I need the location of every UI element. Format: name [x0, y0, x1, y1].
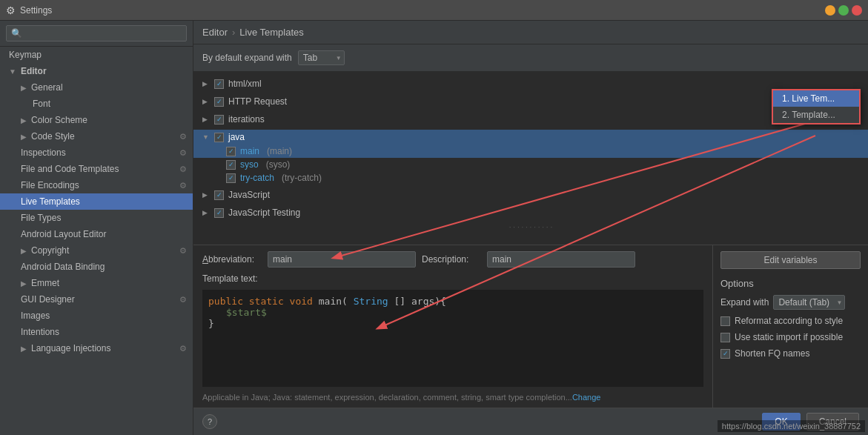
- syso-desc: (syso): [266, 159, 291, 170]
- group-iterations-label: iterations: [228, 114, 265, 124]
- code-line-2: $start$: [208, 307, 698, 318]
- sidebar-item-language-injections[interactable]: ▶ Language Injections ⚙: [0, 340, 193, 356]
- kw-static: static: [249, 296, 284, 307]
- description-input[interactable]: [487, 251, 635, 268]
- group-iterations-header[interactable]: ▶ iterations: [193, 112, 868, 127]
- android-layout-editor-label: Android Layout Editor: [21, 229, 106, 239]
- sidebar-item-live-templates[interactable]: Live Templates: [0, 193, 193, 210]
- group-html-xml-checkbox[interactable]: [214, 79, 224, 89]
- title-bar: ⚙ Settings: [0, 0, 868, 21]
- static-import-checkbox[interactable]: [720, 333, 730, 342]
- intentions-label: Intentions: [21, 327, 59, 337]
- breadcrumb-separator: ›: [232, 27, 235, 38]
- group-javascript-header[interactable]: ▶ JavaScript: [193, 187, 868, 202]
- static-import-label: Use static import if possible: [735, 332, 843, 342]
- language-injections-gear-icon: ⚙: [179, 344, 187, 353]
- shorten-eq-label: Shorten FQ names: [735, 348, 809, 359]
- expand-with-option-select-wrapper[interactable]: Default (Tab) Tab Enter Space: [773, 295, 845, 310]
- popup-item-live-templates[interactable]: 1. Live Tem...: [773, 90, 859, 107]
- group-java-header[interactable]: ▼ java: [193, 130, 868, 145]
- group-html-xml: ▶ html/xml: [193, 75, 868, 93]
- template-item-main[interactable]: main (main): [193, 145, 868, 158]
- reformat-checkbox[interactable]: [720, 316, 730, 326]
- search-bar[interactable]: [0, 21, 193, 47]
- title-bar-title: Settings: [20, 5, 52, 16]
- sidebar-item-gui-designer[interactable]: GUI Designer ⚙: [0, 291, 193, 308]
- code-line-3: }: [208, 318, 698, 329]
- sidebar-item-font[interactable]: Font: [0, 96, 193, 112]
- content-header: Editor › Live Templates: [193, 21, 868, 44]
- file-code-gear-icon: ⚙: [179, 165, 187, 174]
- edit-variables-button[interactable]: Edit variables: [720, 251, 861, 269]
- help-button[interactable]: ?: [202, 414, 217, 429]
- gui-designer-gear-icon: ⚙: [179, 295, 187, 305]
- syso-name: syso: [240, 159, 259, 170]
- try-catch-checkbox[interactable]: [226, 173, 236, 183]
- live-templates-label: Live Templates: [21, 196, 80, 207]
- sidebar-item-android-layout-editor[interactable]: Android Layout Editor: [0, 226, 193, 242]
- group-http-request-header[interactable]: ▶ HTTP Request: [193, 94, 868, 109]
- expand-with-row: Expand with Default (Tab) Tab Enter Spac…: [720, 295, 861, 310]
- description-label: Description:: [422, 254, 481, 265]
- sidebar-item-images[interactable]: Images: [0, 308, 193, 324]
- language-injections-arrow-icon: ▶: [21, 345, 27, 353]
- group-http-request-checkbox[interactable]: [214, 97, 224, 107]
- kw-start-var: $start$: [226, 307, 267, 318]
- popup-item-template[interactable]: 2. Template...: [773, 107, 859, 123]
- group-java-label: java: [228, 132, 245, 142]
- code-content[interactable]: public static void main( String [] args)…: [202, 290, 703, 387]
- by-default-label: By default expand with: [202, 53, 292, 63]
- expand-with-select[interactable]: Tab Enter Space: [298, 50, 345, 65]
- expand-with-option-select[interactable]: Default (Tab) Tab Enter Space: [773, 295, 845, 310]
- group-java: ▼ java main (main) syso (syso): [193, 128, 868, 186]
- sidebar-item-keymap[interactable]: Keymap: [0, 47, 193, 63]
- change-link[interactable]: Change: [572, 393, 601, 402]
- window-controls: [825, 5, 862, 16]
- group-javascript-checkbox[interactable]: [214, 190, 224, 200]
- sidebar-item-general[interactable]: ▶ General: [0, 79, 193, 96]
- inspections-label: Inspections: [21, 147, 66, 158]
- sidebar-item-inspections[interactable]: Inspections ⚙: [0, 145, 193, 161]
- abbrev-underline: A: [202, 254, 208, 265]
- search-input[interactable]: [6, 25, 187, 41]
- sidebar-item-intentions[interactable]: Intentions: [0, 324, 193, 340]
- abbreviation-input[interactable]: [268, 251, 416, 268]
- try-catch-name: try-catch: [240, 173, 274, 183]
- group-java-checkbox[interactable]: [214, 133, 224, 142]
- group-iterations-checkbox[interactable]: [214, 115, 224, 124]
- group-javascript-testing-header[interactable]: ▶ JavaScript Testing: [193, 205, 868, 220]
- sidebar-item-emmet[interactable]: ▶ Emmet: [0, 275, 193, 291]
- sidebar-item-editor[interactable]: ▼ Editor: [0, 63, 193, 79]
- group-html-xml-arrow-icon: ▶: [202, 80, 210, 87]
- group-javascript-testing-checkbox[interactable]: [214, 208, 224, 218]
- close-button[interactable]: [852, 5, 862, 16]
- sidebar-item-file-code-templates[interactable]: File and Code Templates ⚙: [0, 161, 193, 177]
- sidebar-item-copyright[interactable]: ▶ Copyright ⚙: [0, 242, 193, 259]
- template-list-area: ▶ html/xml ▶ HTTP Request: [193, 72, 868, 245]
- code-args: [] args){: [394, 296, 446, 307]
- sidebar-item-file-encodings[interactable]: File Encodings ⚙: [0, 177, 193, 193]
- group-javascript-testing-label: JavaScript Testing: [228, 207, 300, 218]
- group-html-xml-header[interactable]: ▶ html/xml: [193, 76, 868, 91]
- sidebar-item-code-style[interactable]: ▶ Code Style ⚙: [0, 128, 193, 145]
- shorten-eq-checkbox[interactable]: [720, 349, 730, 359]
- maximize-button[interactable]: [838, 5, 849, 16]
- breadcrumb-editor: Editor: [202, 27, 228, 38]
- template-item-try-catch[interactable]: try-catch (try-catch): [193, 171, 868, 185]
- syso-checkbox[interactable]: [226, 160, 236, 170]
- sidebar-item-color-scheme[interactable]: ▶ Color Scheme: [0, 112, 193, 128]
- sidebar-item-file-types[interactable]: File Types: [0, 210, 193, 226]
- group-javascript-testing-arrow-icon: ▶: [202, 209, 210, 216]
- expand-with-label: Expand with: [720, 297, 769, 308]
- group-http-request: ▶ HTTP Request: [193, 93, 868, 110]
- group-javascript-testing: ▶ JavaScript Testing: [193, 204, 868, 222]
- keymap-label: Keymap: [9, 50, 42, 60]
- expand-with-select-wrapper[interactable]: Tab Enter Space: [298, 50, 345, 65]
- minimize-button[interactable]: [825, 5, 835, 16]
- url-text: https://blog.csdn.net/weixin_38887752: [722, 422, 861, 431]
- settings-icon: ⚙: [6, 4, 16, 16]
- template-item-syso[interactable]: syso (syso): [193, 158, 868, 171]
- sidebar-item-android-data-binding[interactable]: Android Data Binding: [0, 259, 193, 275]
- main-checkbox[interactable]: [226, 147, 236, 156]
- code-line-1: public static void main( String [] args)…: [208, 296, 698, 307]
